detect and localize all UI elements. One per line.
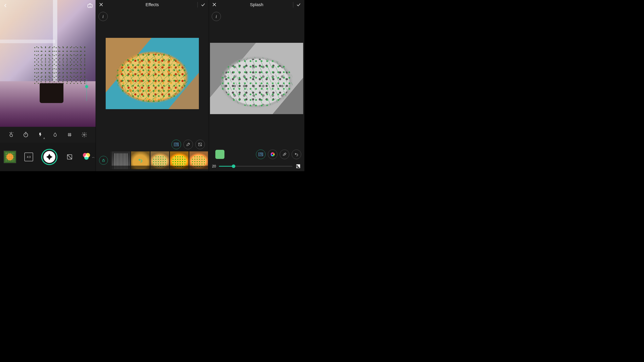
flash-icon[interactable]: A — [36, 131, 44, 139]
svg-rect-5 — [102, 160, 104, 162]
splash-panel: Splash i — [209, 0, 305, 171]
chevron-up-icon: ︿ — [92, 155, 95, 159]
close-button[interactable] — [212, 2, 217, 7]
effect-thumb-label — [189, 166, 208, 169]
splash-tool-row — [209, 147, 304, 161]
confirm-button[interactable] — [200, 2, 206, 7]
effect-thumb-label — [112, 166, 130, 169]
info-button[interactable]: i — [212, 12, 221, 21]
brush-icon — [186, 142, 190, 147]
svg-rect-0 — [88, 4, 92, 7]
mask-icon — [198, 142, 202, 147]
effect-thumb[interactable] — [189, 151, 208, 169]
effect-thumb-original[interactable] — [131, 151, 150, 169]
effect-thumb-label — [170, 166, 188, 169]
aspect-ratio-label: 4:3 — [27, 155, 30, 158]
undo-button[interactable] — [292, 150, 301, 159]
eraser-button[interactable] — [280, 150, 289, 159]
svg-point-7 — [272, 154, 274, 155]
effect-thumb-label — [131, 166, 150, 169]
camera-viewfinder[interactable] — [0, 0, 96, 127]
slider-value: 20 — [212, 164, 216, 168]
gallery-thumbnail[interactable] — [4, 151, 16, 163]
blur-icon[interactable] — [51, 131, 59, 139]
color-wheel-icon — [270, 152, 275, 157]
color-wheel-button[interactable] — [268, 150, 278, 159]
color-swatch[interactable] — [215, 150, 224, 159]
effects-panel: Effects i — [96, 0, 209, 171]
effect-thumb-label — [150, 166, 169, 169]
slider-fill — [219, 166, 234, 167]
tolerance-slider[interactable] — [219, 166, 292, 167]
mask-button[interactable] — [195, 140, 205, 149]
effects-header: Effects — [96, 0, 209, 9]
aperture-icon — [45, 153, 54, 161]
splash-title: Splash — [250, 2, 263, 7]
effect-thumb[interactable] — [150, 151, 169, 169]
apply-area-icon — [258, 153, 263, 156]
switch-camera-button[interactable] — [86, 1, 94, 10]
filter-dot-green — [84, 155, 89, 160]
splash-slider-row: 20 — [209, 161, 304, 171]
settings-icon[interactable] — [80, 131, 88, 139]
exposure-slider-track[interactable] — [86, 79, 87, 101]
apply-area-icon — [174, 143, 179, 146]
effects-stage: i — [96, 9, 209, 171]
apply-area-button[interactable] — [172, 140, 181, 149]
camera-bottom-bar: 4:3 ︿ — [0, 143, 96, 171]
apply-area-button[interactable] — [256, 150, 266, 159]
splash-header: Splash — [209, 0, 304, 9]
shutter-button[interactable] — [41, 149, 58, 165]
confirm-button[interactable] — [296, 2, 302, 7]
color-filters-button[interactable]: ︿ — [82, 153, 92, 161]
effects-image — [106, 38, 199, 109]
splash-image — [210, 43, 303, 114]
brush-button[interactable] — [184, 140, 193, 149]
flash-mode-label: A — [44, 137, 45, 139]
photo-mode-icon[interactable] — [66, 153, 74, 161]
back-button[interactable] — [1, 1, 10, 10]
effects-canvas[interactable] — [96, 9, 209, 137]
effects-mode-row — [96, 137, 209, 151]
lock-presets[interactable] — [96, 151, 111, 169]
svg-point-2 — [84, 134, 85, 135]
invert-button[interactable] — [295, 163, 301, 169]
aspect-ratio-button[interactable]: 4:3 — [24, 153, 33, 161]
effects-title: Effects — [146, 2, 159, 7]
exposure-slider-thumb[interactable] — [85, 85, 88, 88]
camera-panel: A 4:3 ︿ — [0, 0, 96, 171]
effect-thumb[interactable] — [170, 151, 188, 169]
splash-stage: i — [209, 9, 304, 171]
lock-icon — [99, 156, 108, 165]
effects-thumb-row — [96, 151, 209, 171]
info-button[interactable]: i — [98, 12, 108, 21]
splash-canvas[interactable] — [209, 9, 304, 147]
undo-icon — [294, 152, 299, 157]
slider-thumb[interactable] — [232, 164, 235, 168]
timer-icon[interactable] — [22, 131, 30, 139]
eraser-icon — [282, 152, 287, 157]
effect-thumb[interactable] — [112, 151, 130, 169]
grid-icon[interactable] — [66, 131, 74, 139]
camera-top-toolbar: A — [0, 127, 96, 143]
touch-shutter-icon[interactable] — [7, 131, 15, 139]
close-button[interactable] — [98, 2, 104, 7]
